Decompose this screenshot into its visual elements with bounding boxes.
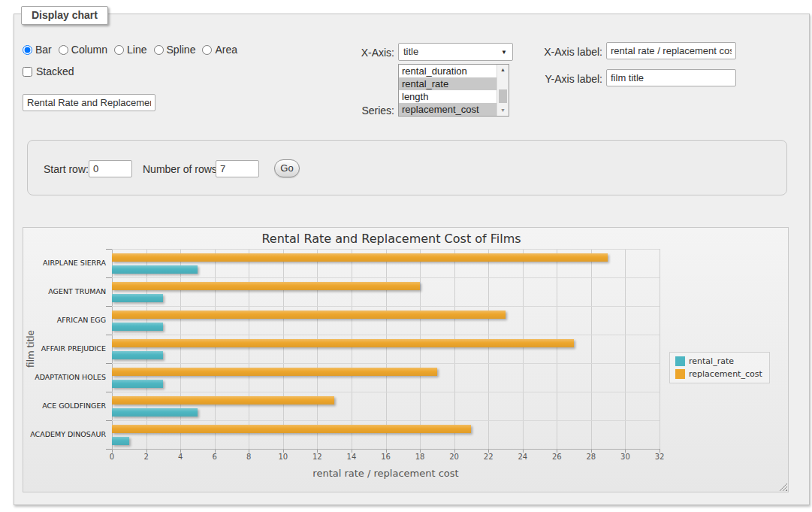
category-band: AFFAIR PREJUDICE — [112, 335, 660, 363]
category-band: ADAPTATION HOLES — [112, 363, 660, 392]
scroll-up-icon[interactable]: ▲ — [497, 65, 509, 75]
chart-container: Rental Rate and Replacement Cost of Film… — [23, 227, 789, 492]
category-band: AGENT TRUMAN — [112, 277, 660, 306]
number-of-rows-label: Number of rows: — [143, 163, 220, 175]
y-axis-tick — [106, 363, 112, 364]
x-tick-label: 18 — [415, 453, 425, 461]
chart-type-radio-line[interactable] — [114, 45, 124, 55]
x-axis-title: rental rate / replacement cost — [112, 468, 660, 479]
chart-type-radio-label: Line — [127, 44, 146, 56]
x-tick-label: 0 — [110, 453, 114, 461]
chart-bar-replacement_cost[interactable] — [112, 311, 506, 319]
chart-type-radio-area[interactable] — [202, 45, 212, 55]
category-label: ACE GOLDFINGER — [26, 392, 106, 420]
x-tick-label: 2 — [143, 453, 148, 461]
chart-type-option-bar: Bar — [23, 44, 52, 56]
chart-type-option-area: Area — [202, 44, 237, 56]
x-tick-label: 32 — [655, 453, 665, 461]
category-gridline — [112, 449, 660, 450]
row-range-panel — [27, 140, 787, 195]
fieldset-legend: Display chart — [21, 6, 108, 25]
series-label: Series: — [323, 105, 394, 117]
series-option-rental_duration[interactable]: rental_duration — [399, 65, 497, 77]
x-tick-label: 22 — [484, 453, 494, 461]
chart-bar-replacement_cost[interactable] — [112, 425, 471, 433]
x-gridline — [660, 249, 660, 449]
chart-type-radio-label: Bar — [35, 44, 52, 56]
x-axis-selected-value: title — [403, 46, 418, 57]
start-row-input[interactable] — [89, 160, 132, 177]
stacked-checkbox[interactable] — [23, 67, 32, 77]
scroll-down-icon[interactable]: ▼ — [497, 105, 509, 116]
y-axis-label-input[interactable] — [606, 69, 736, 86]
chart-type-option-column: Column — [59, 44, 107, 56]
legend-swatch-icon — [675, 356, 685, 366]
scrollbar-thumb[interactable] — [499, 89, 507, 103]
series-option-length[interactable]: length — [399, 90, 497, 103]
x-tick-label: 4 — [178, 453, 183, 461]
category-band: AFRICAN EGG — [112, 306, 660, 335]
x-tick-label: 10 — [278, 453, 288, 461]
chart-bar-rental_rate[interactable] — [112, 294, 163, 302]
chart-bar-rental_rate[interactable] — [112, 351, 163, 359]
x-tick-label: 30 — [620, 453, 630, 461]
stacked-label: Stacked — [36, 65, 74, 77]
series-option-replacement_cost[interactable]: replacement_cost — [399, 103, 497, 116]
chart-bar-rental_rate[interactable] — [112, 380, 163, 388]
chart-type-radio-column[interactable] — [59, 45, 68, 55]
chart-bar-replacement_cost[interactable] — [112, 368, 437, 376]
chart-type-option-line: Line — [114, 44, 146, 56]
legend-swatch-icon — [675, 369, 685, 379]
x-tick-label: 16 — [381, 453, 391, 461]
chart-type-radio-spline[interactable] — [154, 45, 164, 55]
series-option-rental_rate[interactable]: rental_rate — [399, 77, 497, 90]
go-button[interactable]: Go — [274, 159, 300, 177]
chart-bar-rental_rate[interactable] — [112, 408, 198, 417]
chart-type-radio-label: Area — [215, 44, 237, 56]
x-tick-label: 24 — [518, 453, 527, 461]
x-tick-label: 28 — [587, 453, 596, 461]
chart-title: Rental Rate and Replacement Cost of Film… — [23, 232, 759, 246]
x-axis-select[interactable]: title ▼ — [398, 43, 513, 61]
x-tick-label: 8 — [246, 453, 251, 461]
chart-type-option-spline: Spline — [154, 44, 196, 56]
category-label: ACADEMY DINOSAUR — [26, 420, 106, 449]
chart-type-radio-bar[interactable] — [23, 45, 32, 55]
chart-bar-replacement_cost[interactable] — [112, 282, 420, 290]
x-axis-label-input[interactable] — [606, 42, 736, 59]
number-of-rows-input[interactable] — [216, 160, 259, 177]
legend-item-replacement_cost[interactable]: replacement_cost — [675, 369, 762, 379]
legend-label: replacement_cost — [689, 369, 762, 379]
chart-type-radio-label: Spline — [167, 44, 196, 56]
series-listbox[interactable]: rental_durationrental_ratelengthreplacem… — [398, 64, 509, 117]
x-tick-label: 14 — [347, 453, 357, 461]
stacked-row: Stacked — [23, 65, 74, 77]
category-label: AFFAIR PREJUDICE — [26, 335, 106, 363]
x-axis-label: X-Axis: — [323, 47, 394, 59]
category-band: AIRPLANE SIERRA — [112, 249, 660, 277]
resize-grip-icon[interactable] — [779, 483, 787, 491]
plot-area: 02468101214161820222426283032AIRPLANE SI… — [112, 249, 660, 449]
category-band: ACADEMY DINOSAUR — [112, 420, 660, 449]
category-label: ADAPTATION HOLES — [26, 363, 106, 392]
chart-type-radio-label: Column — [71, 44, 107, 56]
category-label: AFRICAN EGG — [26, 306, 106, 335]
category-band: ACE GOLDFINGER — [112, 392, 660, 420]
chart-bar-rental_rate[interactable] — [112, 437, 129, 445]
chart-bar-replacement_cost[interactable] — [112, 253, 608, 262]
chart-bar-rental_rate[interactable] — [112, 265, 198, 274]
y-axis-tick — [106, 392, 112, 392]
chart-bar-replacement_cost[interactable] — [112, 339, 574, 347]
y-axis-tick — [106, 249, 112, 250]
start-row-label: Start row: — [44, 163, 89, 175]
chart-bar-replacement_cost[interactable] — [112, 396, 334, 404]
y-axis-tick — [106, 449, 112, 450]
legend-item-rental_rate[interactable]: rental_rate — [675, 356, 762, 366]
chart-title-input[interactable] — [23, 94, 155, 111]
series-scrollbar[interactable]: ▲ ▼ — [497, 65, 509, 116]
chart-type-radio-group: BarColumnLineSplineArea — [23, 44, 244, 56]
chevron-down-icon: ▼ — [501, 49, 507, 56]
y-axis-tick — [106, 277, 112, 278]
chart-bar-rental_rate[interactable] — [112, 323, 163, 331]
x-tick-label: 12 — [312, 453, 322, 461]
